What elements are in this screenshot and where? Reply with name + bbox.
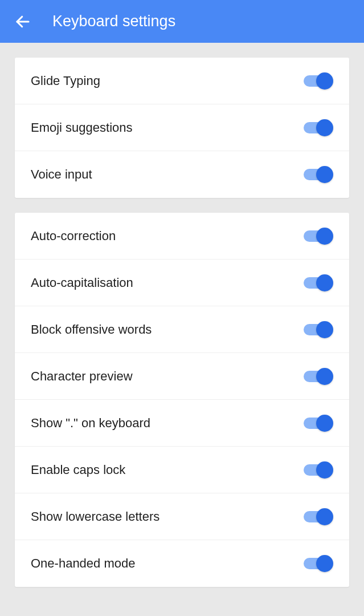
settings-content: Glide Typing Emoji suggestions Voice inp… — [0, 43, 364, 587]
setting-row-auto-capitalisation[interactable]: Auto-capitalisation — [15, 260, 349, 306]
toggle-glide-typing[interactable] — [302, 72, 333, 90]
toggle-thumb — [316, 415, 333, 432]
setting-label: Show "." on keyboard — [31, 416, 150, 431]
toggle-thumb — [316, 228, 333, 245]
toggle-thumb — [316, 119, 333, 136]
setting-row-character-preview[interactable]: Character preview — [15, 353, 349, 400]
setting-label: One-handed mode — [31, 556, 135, 571]
setting-label: Enable caps lock — [31, 463, 125, 477]
settings-section-1: Glide Typing Emoji suggestions Voice inp… — [15, 58, 349, 198]
toggle-thumb — [316, 166, 333, 183]
toggle-caps-lock[interactable] — [302, 461, 333, 479]
toggle-auto-correction[interactable] — [302, 227, 333, 245]
setting-label: Show lowercase letters — [31, 509, 159, 524]
toggle-thumb — [316, 461, 333, 479]
toggle-auto-capitalisation[interactable] — [302, 274, 333, 292]
toggle-lowercase-letters[interactable] — [302, 508, 333, 526]
setting-label: Emoji suggestions — [31, 120, 133, 135]
toggle-show-period[interactable] — [302, 414, 333, 432]
toggle-thumb — [316, 555, 333, 572]
setting-row-one-handed[interactable]: One-handed mode — [15, 540, 349, 587]
settings-section-2: Auto-correction Auto-capitalisation Bloc… — [15, 213, 349, 587]
toggle-thumb — [316, 368, 333, 385]
setting-row-block-offensive[interactable]: Block offensive words — [15, 306, 349, 353]
setting-label: Auto-correction — [31, 229, 116, 244]
setting-row-show-period[interactable]: Show "." on keyboard — [15, 400, 349, 447]
back-arrow-icon — [14, 13, 31, 30]
setting-label: Auto-capitalisation — [31, 275, 133, 290]
toggle-thumb — [316, 274, 333, 291]
toggle-thumb — [316, 321, 333, 338]
setting-row-caps-lock[interactable]: Enable caps lock — [15, 447, 349, 493]
setting-row-voice-input[interactable]: Voice input — [15, 151, 349, 198]
toggle-character-preview[interactable] — [302, 367, 333, 386]
setting-label: Glide Typing — [31, 74, 100, 88]
toggle-emoji-suggestions[interactable] — [302, 119, 333, 137]
setting-label: Block offensive words — [31, 322, 152, 337]
toggle-voice-input[interactable] — [302, 165, 333, 184]
setting-label: Voice input — [31, 167, 92, 182]
toggle-thumb — [316, 72, 333, 90]
setting-row-auto-correction[interactable]: Auto-correction — [15, 213, 349, 260]
setting-row-glide-typing[interactable]: Glide Typing — [15, 58, 349, 104]
toggle-block-offensive[interactable] — [302, 321, 333, 339]
toggle-thumb — [316, 508, 333, 525]
page-title: Keyboard settings — [52, 13, 175, 30]
setting-row-lowercase-letters[interactable]: Show lowercase letters — [15, 493, 349, 540]
toggle-one-handed[interactable] — [302, 554, 333, 573]
header: Keyboard settings — [0, 0, 364, 43]
setting-label: Character preview — [31, 369, 133, 384]
back-button[interactable] — [9, 8, 36, 35]
setting-row-emoji-suggestions[interactable]: Emoji suggestions — [15, 104, 349, 151]
